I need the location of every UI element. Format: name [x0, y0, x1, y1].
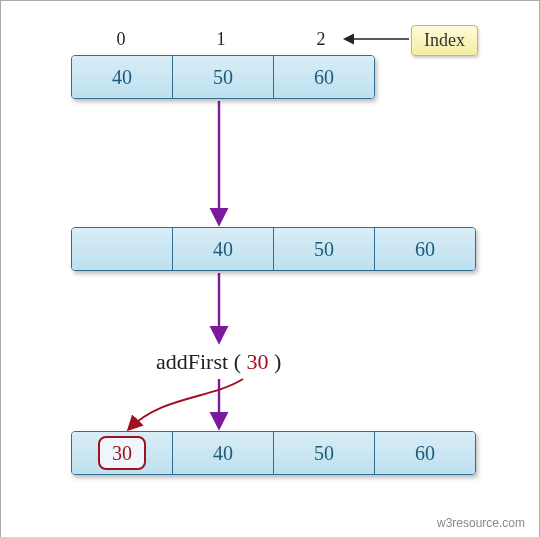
array3-new-cell: 30 [72, 432, 173, 474]
array3-cell-0: 40 [173, 432, 274, 474]
paren-close: ) [268, 349, 281, 374]
diagram-canvas: 0 1 2 Index 40 50 60 [0, 0, 540, 537]
array1-cell-0: 40 [72, 56, 173, 98]
paren-open: ( [228, 349, 246, 374]
array2-empty-cell [72, 228, 173, 270]
method-name: addFirst [156, 349, 228, 374]
index-1: 1 [211, 29, 231, 50]
array3-cell-2: 60 [375, 432, 475, 474]
arrow-new-value [129, 379, 243, 429]
attribution: w3resource.com [437, 516, 525, 530]
array-before: 40 50 60 [71, 55, 375, 99]
index-0: 0 [111, 29, 131, 50]
index-2: 2 [311, 29, 331, 50]
array1-cell-2: 60 [274, 56, 374, 98]
array2-cell-2: 60 [375, 228, 475, 270]
array-after: 30 40 50 60 [71, 431, 476, 475]
array2-cell-0: 40 [173, 228, 274, 270]
method-call-label: addFirst ( 30 ) [156, 349, 281, 375]
index-badge: Index [411, 25, 478, 56]
array1-cell-1: 50 [173, 56, 274, 98]
new-value-chip: 30 [98, 436, 146, 470]
array3-cell-1: 50 [274, 432, 375, 474]
method-arg: 30 [246, 349, 268, 374]
array2-cell-1: 50 [274, 228, 375, 270]
array-shifted: 40 50 60 [71, 227, 476, 271]
